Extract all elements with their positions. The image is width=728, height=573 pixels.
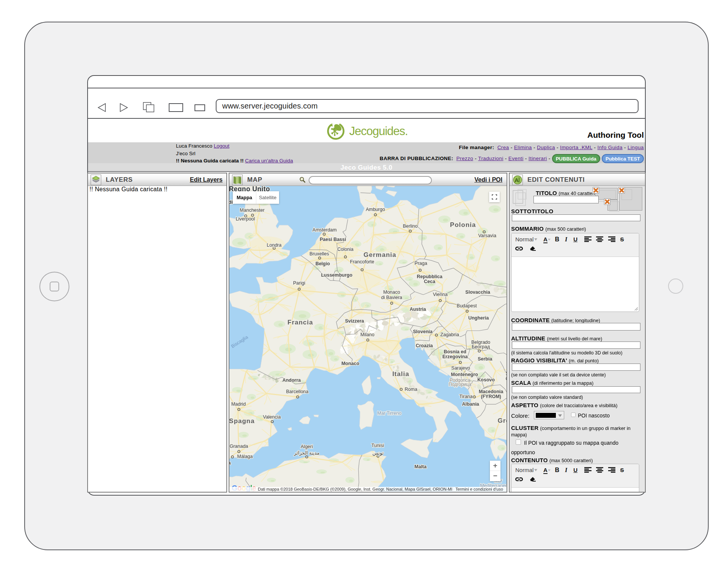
svg-text:Manchester: Manchester	[240, 208, 264, 213]
svg-text:Barcellona: Barcellona	[286, 389, 308, 394]
svg-text:Granada: Granada	[230, 444, 248, 449]
svg-text:Malta: Malta	[414, 464, 427, 469]
svg-text:Valencia: Valencia	[263, 414, 281, 420]
svg-text:Tirana: Tirana	[460, 394, 473, 399]
svg-text:C: C	[505, 376, 507, 381]
svg-text:Mar Tirreno: Mar Tirreno	[377, 411, 402, 416]
svg-text:Vienna: Vienna	[433, 292, 448, 297]
svg-text:Ceca: Ceca	[424, 279, 436, 284]
svg-text:Parigi: Parigi	[293, 280, 305, 286]
svg-text:Tunisi: Tunisi	[372, 443, 384, 448]
svg-text:S: S	[506, 371, 507, 376]
svg-text:Francia: Francia	[287, 319, 313, 326]
svg-text:di Baviera: di Baviera	[381, 295, 402, 300]
svg-text:Albania: Albania	[462, 401, 479, 407]
svg-text:Repubblica: Repubblica	[417, 274, 442, 279]
svg-text:Germania: Germania	[364, 251, 396, 258]
svg-text:Liverpool: Liverpool	[236, 216, 255, 222]
svg-text:Slovacchia: Slovacchia	[465, 290, 490, 295]
svg-text:Svizzera: Svizzera	[345, 318, 364, 324]
svg-text:(FYROM): (FYROM)	[481, 394, 501, 399]
svg-text:Varsavia: Varsavia	[478, 233, 496, 238]
svg-text:Londra: Londra	[267, 242, 282, 248]
svg-text:Bruxelles: Bruxelles	[309, 251, 329, 257]
svg-text:Algeri: Algeri	[301, 444, 313, 449]
svg-text:Milano: Milano	[361, 332, 375, 337]
svg-text:Ungheria: Ungheria	[468, 315, 489, 321]
svg-text:Amsterdam: Amsterdam	[312, 227, 337, 233]
svg-text:Serbia: Serbia	[478, 356, 493, 362]
svg-text:Slovenia: Slovenia	[413, 329, 433, 334]
svg-text:مدينة الجزائر: مدينة الجزائر	[294, 450, 320, 456]
svg-text:Polonia: Polonia	[450, 221, 476, 228]
svg-text:Kosovo: Kosovo	[477, 377, 495, 383]
svg-text:Budapest: Budapest	[457, 303, 477, 309]
svg-text:Belgio: Belgio	[315, 261, 330, 266]
svg-text:Croazia: Croazia	[416, 343, 433, 348]
svg-text:Amburgo: Amburgo	[366, 207, 385, 212]
svg-text:Praga: Praga	[414, 261, 427, 266]
svg-text:Подгорица: Подгорица	[449, 382, 471, 387]
svg-text:تونس: تونس	[372, 450, 384, 456]
svg-text:Monaco: Monaco	[341, 361, 359, 366]
svg-text:Italia: Italia	[392, 370, 410, 378]
svg-text:Zagabria: Zagabria	[440, 332, 459, 337]
svg-text:Francoforte: Francoforte	[350, 259, 374, 264]
svg-text:Andorra: Andorra	[282, 378, 301, 383]
svg-text:Roma: Roma	[405, 387, 417, 392]
svg-text:Montenegro: Montenegro	[451, 372, 478, 377]
svg-text:Spagna: Spagna	[229, 417, 255, 425]
svg-text:di: di	[229, 199, 233, 205]
svg-text:Paesi Bassi: Paesi Bassi	[320, 237, 346, 242]
svg-text:A: A	[515, 177, 519, 183]
svg-text:Београд: Београд	[472, 344, 490, 349]
svg-text:Colonia: Colonia	[337, 247, 353, 252]
svg-text:Austria: Austria	[410, 307, 426, 312]
svg-text:Monaco: Monaco	[383, 290, 400, 295]
svg-text:Madrid: Madrid	[231, 401, 246, 407]
svg-text:Bosnia ed: Bosnia ed	[444, 349, 466, 354]
svg-text:Macedonia: Macedonia	[479, 389, 504, 394]
svg-text:Erzegovina: Erzegovina	[442, 354, 468, 359]
svg-text:Málaga: Málaga	[237, 454, 253, 459]
svg-text:Berlino: Berlino	[403, 224, 418, 229]
svg-text:Sarajevo: Sarajevo	[451, 365, 470, 371]
svg-text:Lussemburgo: Lussemburgo	[321, 272, 353, 278]
svg-text:Grecia: Grecia	[498, 417, 507, 424]
